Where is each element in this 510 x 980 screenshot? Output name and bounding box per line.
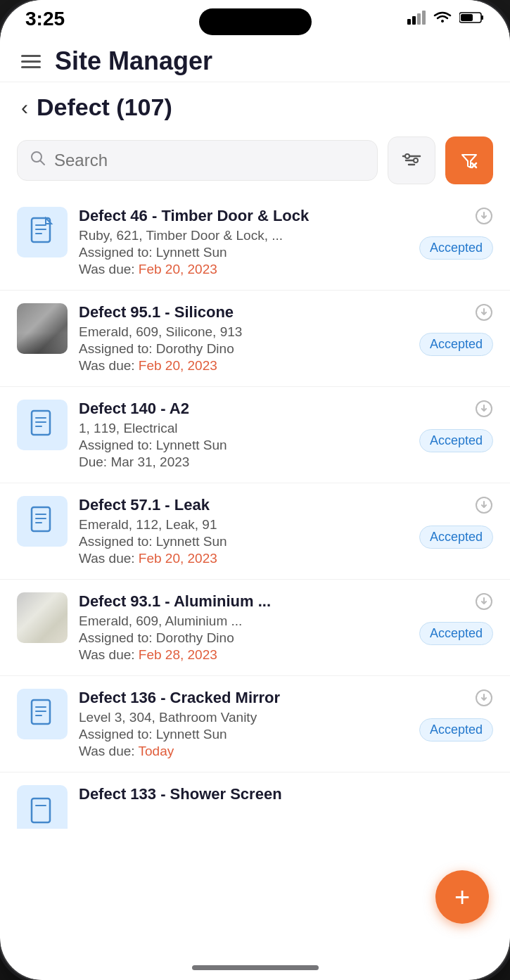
search-bar[interactable] xyxy=(17,140,378,181)
defect-assigned: Assigned to: Lynnett Sun xyxy=(79,438,408,453)
signal-icon xyxy=(407,11,426,28)
svg-line-8 xyxy=(41,161,45,165)
defect-thumbnail xyxy=(17,303,68,354)
filter-active-button[interactable] xyxy=(445,136,493,184)
defect-thumbnail xyxy=(17,592,68,643)
defect-due: Was due: Feb 20, 2023 xyxy=(79,358,408,374)
defect-thumbnail xyxy=(17,785,68,829)
download-icon[interactable] xyxy=(475,689,493,711)
home-indicator xyxy=(192,965,319,970)
status-badge: Accepted xyxy=(419,526,493,549)
document-icon xyxy=(30,699,54,730)
download-icon[interactable] xyxy=(475,496,493,518)
page-title: Defect (107) xyxy=(37,94,172,121)
defect-due: Due: Mar 31, 2023 xyxy=(79,454,408,470)
svg-rect-1 xyxy=(412,16,416,25)
svg-rect-38 xyxy=(32,798,50,822)
defect-assigned: Assigned to: Dorothy Dino xyxy=(79,630,408,646)
defect-title: Defect 133 - Shower Screen xyxy=(79,785,493,803)
defect-thumbnail xyxy=(17,689,68,739)
defect-due: Was due: Today xyxy=(79,744,408,759)
defect-content: Defect 133 - Shower Screen xyxy=(79,785,493,806)
status-badge: Accepted xyxy=(419,236,493,260)
list-item[interactable]: Defect 133 - Shower Screen xyxy=(0,772,510,829)
search-icon xyxy=(30,151,46,170)
svg-rect-3 xyxy=(422,11,426,25)
status-badge: Accepted xyxy=(419,718,493,742)
defect-subtitle: Ruby, 621, Timber Door & Lock, ... xyxy=(79,228,408,243)
document-icon xyxy=(30,409,54,441)
defect-subtitle: Emerald, 112, Leak, 91 xyxy=(79,517,408,533)
wifi-icon xyxy=(433,10,452,29)
plus-icon: + xyxy=(454,884,470,910)
list-item[interactable]: Defect 140 - A2 1, 119, Electrical Assig… xyxy=(0,387,510,483)
svg-rect-0 xyxy=(407,19,411,25)
defect-title: Defect 136 - Cracked Mirror xyxy=(79,689,408,707)
svg-point-13 xyxy=(414,158,418,163)
defect-content: Defect 57.1 - Leak Emerald, 112, Leak, 9… xyxy=(79,496,408,566)
defect-thumbnail xyxy=(17,400,68,450)
defect-actions: Accepted xyxy=(419,400,493,452)
status-badge: Accepted xyxy=(419,622,493,645)
dynamic-island xyxy=(199,8,312,35)
defect-due: Was due: Feb 20, 2023 xyxy=(79,551,408,566)
defect-thumbnail xyxy=(17,207,68,257)
defect-actions: Accepted xyxy=(419,689,493,742)
app-title: Site Manager xyxy=(55,46,212,76)
list-item[interactable]: Defect 136 - Cracked Mirror Level 3, 304… xyxy=(0,676,510,772)
download-icon[interactable] xyxy=(475,400,493,422)
defect-assigned: Assigned to: Dorothy Dino xyxy=(79,341,408,357)
status-bar: 3:25 xyxy=(0,0,510,38)
svg-rect-5 xyxy=(481,15,483,20)
defect-subtitle: Level 3, 304, Bathroom Vanity xyxy=(79,710,408,725)
defect-title: Defect 95.1 - Silicone xyxy=(79,303,408,322)
list-item[interactable]: Defect 57.1 - Leak Emerald, 112, Leak, 9… xyxy=(0,483,510,580)
document-icon xyxy=(30,506,54,537)
list-item[interactable]: Defect 46 - Timber Door & Lock Ruby, 621… xyxy=(0,194,510,291)
app-header: Site Manager xyxy=(0,38,510,82)
defect-subtitle: Emerald, 609, Aluminium ... xyxy=(79,613,408,629)
defect-assigned: Assigned to: Lynnett Sun xyxy=(79,245,408,260)
svg-rect-6 xyxy=(461,14,473,21)
defect-subtitle: Emerald, 609, Silicone, 913 xyxy=(79,324,408,340)
defect-title: Defect 57.1 - Leak xyxy=(79,496,408,514)
status-badge: Accepted xyxy=(419,429,493,452)
defect-title: Defect 140 - A2 xyxy=(79,400,408,418)
defect-actions: Accepted xyxy=(419,496,493,549)
defect-assigned: Assigned to: Lynnett Sun xyxy=(79,534,408,549)
svg-rect-2 xyxy=(417,13,421,25)
search-container xyxy=(0,129,510,194)
defect-content: Defect 46 - Timber Door & Lock Ruby, 621… xyxy=(79,207,408,277)
defect-title: Defect 46 - Timber Door & Lock xyxy=(79,207,408,225)
page-header: ‹ Defect (107) xyxy=(0,82,510,129)
search-input[interactable] xyxy=(54,151,364,170)
defect-actions: Accepted xyxy=(419,207,493,260)
defect-actions: Accepted xyxy=(419,592,493,645)
defect-due: Was due: Feb 28, 2023 xyxy=(79,647,408,663)
hamburger-menu-icon[interactable] xyxy=(21,55,41,68)
defect-due: Was due: Feb 20, 2023 xyxy=(79,262,408,277)
list-item[interactable]: Defect 93.1 - Aluminium ... Emerald, 609… xyxy=(0,580,510,676)
document-icon xyxy=(30,217,54,248)
defect-content: Defect 136 - Cracked Mirror Level 3, 304… xyxy=(79,689,408,759)
svg-point-12 xyxy=(405,154,409,158)
status-time: 3:25 xyxy=(25,8,65,30)
battery-icon xyxy=(459,11,485,27)
list-item[interactable]: Defect 95.1 - Silicone Emerald, 609, Sil… xyxy=(0,291,510,387)
defect-list: Defect 46 - Timber Door & Lock Ruby, 621… xyxy=(0,194,510,899)
status-icons xyxy=(407,10,485,29)
defect-subtitle: 1, 119, Electrical xyxy=(79,421,408,436)
back-button[interactable]: ‹ xyxy=(21,96,28,120)
defect-content: Defect 140 - A2 1, 119, Electrical Assig… xyxy=(79,400,408,470)
defect-assigned: Assigned to: Lynnett Sun xyxy=(79,727,408,742)
defect-title: Defect 93.1 - Aluminium ... xyxy=(79,592,408,611)
download-icon[interactable] xyxy=(475,207,493,229)
defect-content: Defect 93.1 - Aluminium ... Emerald, 609… xyxy=(79,592,408,663)
defect-actions: Accepted xyxy=(419,303,493,356)
download-icon[interactable] xyxy=(475,592,493,615)
filter-button[interactable] xyxy=(388,136,435,184)
status-badge: Accepted xyxy=(419,333,493,356)
download-icon[interactable] xyxy=(475,303,493,326)
defect-content: Defect 95.1 - Silicone Emerald, 609, Sil… xyxy=(79,303,408,374)
add-defect-button[interactable]: + xyxy=(435,870,489,924)
